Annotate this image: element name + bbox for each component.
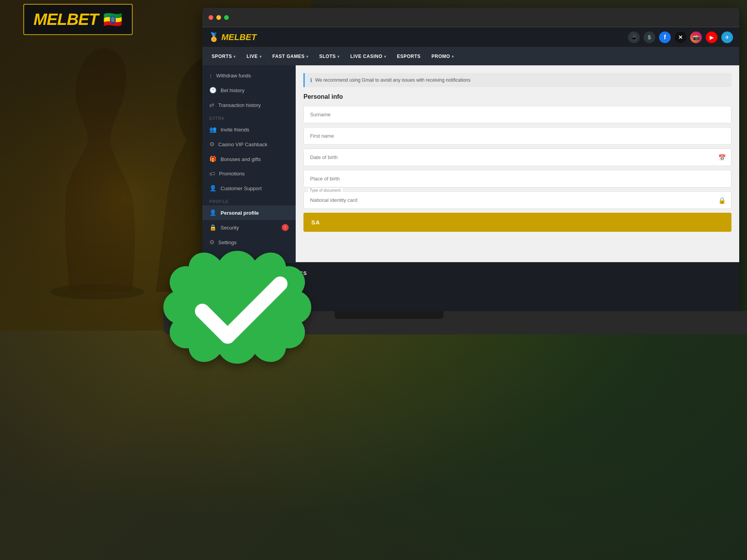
brand-mel: MEL [33, 10, 67, 28]
promo-chevron: ▾ [452, 54, 454, 59]
verified-badge-svg [152, 218, 323, 389]
nav-sports[interactable]: SPORTS ▾ [207, 47, 240, 65]
sidebar-item-promotions[interactable]: 🏷 Promotions [202, 166, 296, 181]
live-casino-chevron: ▾ [384, 54, 386, 59]
personal-info-title: Personal info [303, 93, 731, 100]
top-bar-icons: 📱 $ f ✕ 📸 ▶ ✈ [628, 32, 733, 43]
browser-dot-close[interactable] [209, 15, 213, 20]
firstname-field [303, 127, 731, 145]
laptop-notch [335, 311, 444, 319]
browser-chrome [202, 8, 739, 27]
browser-dot-minimize[interactable] [216, 15, 221, 20]
sidebar-item-withdraw[interactable]: ↑ Withdraw funds [202, 68, 296, 83]
top-bar: 🏅 MELBET 📱 $ f ✕ 📸 ▶ ✈ [202, 27, 739, 47]
sports-chevron: ▾ [233, 54, 236, 59]
nav-slots[interactable]: SLOTS ▾ [315, 47, 344, 65]
verified-badge-overlay [152, 218, 323, 389]
site-logo[interactable]: 🏅 MELBET [209, 32, 256, 42]
dob-field: 📅 [303, 149, 731, 166]
place-of-birth-input[interactable] [303, 170, 731, 187]
dollar-icon[interactable]: $ [644, 32, 655, 43]
telegram-icon[interactable]: ✈ [721, 32, 733, 43]
sidebar-item-bonuses[interactable]: 🎁 Bonuses and gifts [202, 152, 296, 166]
logo-coin-icon: 🏅 [209, 32, 219, 42]
profile-content: ℹ We recommend using Gmail to avoid any … [296, 65, 739, 262]
invite-friends-icon: 👥 [209, 126, 217, 133]
brand-text: MELBET [33, 10, 98, 29]
place-of-birth-field [303, 170, 731, 187]
document-type-label: Type of document [308, 188, 342, 192]
profile-section-label: PROFILE [202, 196, 296, 205]
browser-dot-maximize[interactable] [224, 15, 229, 20]
twitter-x-icon[interactable]: ✕ [675, 32, 686, 43]
topleft-logo: MELBET 🇪🇹 [23, 4, 133, 35]
extra-section-label: EXTRA [202, 112, 296, 122]
site-brand-bet: BET [239, 32, 256, 42]
sidebar-item-invite-friends[interactable]: 👥 Invite friends [202, 122, 296, 137]
bonuses-icon: 🎁 [209, 156, 217, 163]
info-icon: ℹ [310, 77, 312, 83]
flag-icon: 🇪🇹 [103, 10, 123, 29]
facebook-icon[interactable]: f [659, 32, 671, 43]
surname-input[interactable] [303, 106, 731, 123]
notice-bar: ℹ We recommend using Gmail to avoid any … [303, 73, 731, 87]
save-button[interactable]: SA [303, 213, 731, 232]
customer-support-icon: 👤 [209, 185, 217, 192]
transaction-icon: ⇄ [209, 102, 214, 108]
personal-profile-icon: 👤 [209, 209, 217, 216]
document-type-input[interactable] [303, 191, 731, 209]
sidebar-item-customer-support[interactable]: 👤 Customer Support [202, 181, 296, 196]
bet-history-icon: 🕐 [209, 87, 217, 94]
slots-chevron: ▾ [337, 54, 340, 59]
youtube-icon[interactable]: ▶ [706, 32, 717, 43]
sidebar-item-bet-history[interactable]: 🕐 Bet history [202, 83, 296, 98]
calendar-icon: 📅 [718, 154, 726, 161]
sidebar-item-transaction-history[interactable]: ⇄ Transaction history [202, 98, 296, 112]
promotions-icon: 🏷 [209, 170, 215, 177]
nav-live[interactable]: LIVE ▾ [242, 47, 266, 65]
site-brand-mel: MEL [221, 32, 239, 42]
nav-live-casino[interactable]: LIVE CASINO ▾ [346, 47, 391, 65]
casino-vip-icon: ⚙ [209, 141, 214, 148]
dob-input[interactable] [303, 149, 731, 166]
instagram-icon[interactable]: 📸 [690, 32, 702, 43]
nav-promo[interactable]: PROMO ▾ [427, 47, 458, 65]
surname-field [303, 106, 731, 123]
withdraw-icon: ↑ [209, 72, 212, 79]
firstname-input[interactable] [303, 127, 731, 145]
nav-esports[interactable]: ESPORTS [392, 47, 425, 65]
brand-bet: BET [67, 10, 98, 28]
sidebar-item-casino-vip[interactable]: ⚙ Casino VIP Cashback [202, 137, 296, 152]
nav-fast-games[interactable]: FAST GAMES ▾ [268, 47, 313, 65]
site-brand-text: MELBET [221, 32, 256, 42]
document-type-field: Type of document 🔒 [303, 191, 731, 209]
fast-games-chevron: ▾ [306, 54, 309, 59]
lock-icon: 🔒 [718, 196, 726, 204]
nav-bar: SPORTS ▾ LIVE ▾ FAST GAMES ▾ SLOTS ▾ LIV… [202, 47, 739, 65]
phone-icon[interactable]: 📱 [628, 32, 640, 43]
live-chevron: ▾ [260, 54, 262, 59]
